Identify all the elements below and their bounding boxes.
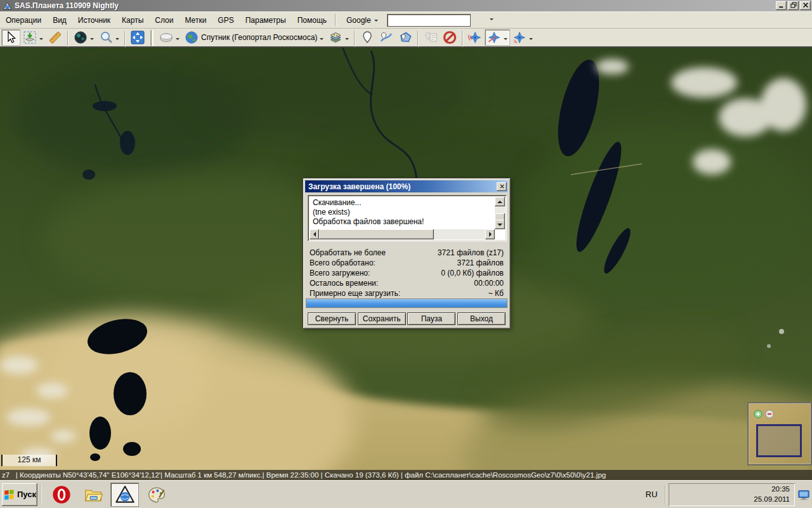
minimap-zoom-out-icon[interactable] [765, 410, 774, 418]
cache-disk-button[interactable] [157, 29, 182, 46]
language-indicator[interactable]: RU [646, 490, 658, 499]
toolbar-button[interactable] [417, 30, 419, 47]
minimize-icon [778, 1, 785, 11]
dialog-button[interactable]: Сохранить [358, 312, 406, 325]
ruler-icon [48, 30, 62, 44]
google-engine-selector[interactable]: Google [343, 16, 382, 25]
cursor-button[interactable] [1, 29, 20, 46]
scale-bar: 125 км [1, 455, 57, 466]
dialog-button[interactable]: Свернуть [308, 312, 356, 325]
forbidden-button[interactable] [440, 29, 459, 46]
gps-track-icon [487, 30, 501, 44]
combo-drop-button[interactable] [490, 15, 494, 26]
selection-layer-button[interactable] [20, 29, 46, 46]
chevron-up-button[interactable] [674, 489, 684, 500]
menu-item[interactable]: Помощь [292, 12, 332, 28]
menu-item[interactable]: Параметры [240, 12, 292, 28]
placemark-list-button[interactable] [421, 29, 440, 46]
scroll-up-icon[interactable] [495, 197, 505, 206]
stat-row: Примерно еще загрузить: ~ Кб [310, 288, 504, 298]
restore-button[interactable] [788, 1, 799, 10]
path-icon [379, 30, 393, 44]
stat-row: Осталось времени: 00:00:00 [310, 278, 504, 288]
dialog-close-button[interactable] [497, 182, 507, 191]
tray-flag-button[interactable] [689, 489, 700, 500]
stat-row: Всего загружено: 0 (0,0 Кб) файлов [310, 268, 504, 278]
menu-item[interactable]: GPS [212, 12, 239, 28]
progress-fill [306, 299, 507, 307]
scrollbar-thumb[interactable] [319, 229, 434, 239]
path-button[interactable] [377, 29, 396, 46]
search-input[interactable] [388, 15, 490, 26]
toolbar-button[interactable] [150, 30, 154, 46]
menu-item[interactable]: Метки [179, 12, 212, 28]
stat-row: Всего обработано: 3721 файлов [310, 258, 504, 268]
menu-item[interactable]: Карты [116, 12, 149, 28]
minimize-button-icon[interactable] [776, 1, 787, 10]
dialog-titlebar[interactable]: Загрузка завершена (100%) [305, 180, 508, 192]
dialog-buttons: СвернутьСохранитьПаузаВыход [308, 312, 506, 325]
gps-signal-button[interactable] [466, 29, 485, 46]
scroll-down-icon[interactable] [495, 220, 505, 229]
scroll-left-icon[interactable] [310, 229, 319, 239]
google-search-zone: Google [339, 12, 471, 28]
fullscreen-button[interactable] [128, 29, 147, 46]
log-lines: Скачивание...(tne exists)Обработка файло… [310, 197, 495, 229]
layers-button[interactable] [326, 29, 351, 46]
network-button[interactable] [719, 489, 730, 500]
windows-flag-icon [3, 488, 15, 500]
gps-track-button[interactable] [485, 29, 510, 46]
earth-button[interactable]: Спутник (Геопортал Роскосмоса) [182, 29, 326, 46]
window-titlebar: SAS.Планета 110909 Nightly [0, 0, 812, 11]
minimap[interactable] [747, 402, 812, 465]
sas-planet-icon [115, 485, 134, 504]
dark-globe-button[interactable] [71, 29, 96, 46]
gps-point-button[interactable] [510, 29, 535, 46]
download-log[interactable]: Скачивание...(tne exists)Обработка файло… [308, 195, 507, 241]
toolbar-button[interactable] [124, 30, 126, 47]
toolbar-button[interactable] [354, 30, 355, 47]
chevron-down-icon [374, 20, 378, 23]
polygon-icon [398, 30, 412, 44]
close-button[interactable] [800, 1, 811, 10]
folder-button[interactable] [79, 483, 107, 507]
menu-divider [335, 14, 336, 26]
menu-bar: ОперацииВидИсточникКартыСлоиМеткиGPSПара… [0, 11, 812, 29]
menu-item[interactable]: Слои [149, 12, 179, 28]
tray-date: 25.09.2011 [754, 495, 790, 505]
opera-button[interactable] [47, 483, 75, 507]
volume-button[interactable] [735, 489, 745, 500]
dialog-button[interactable]: Выход [457, 312, 506, 325]
toolbar-button[interactable] [67, 30, 69, 47]
folder-icon [84, 485, 103, 504]
plug-button[interactable] [704, 489, 715, 500]
toolbar-button[interactable] [462, 30, 463, 47]
polygon-button[interactable] [396, 29, 415, 46]
zoom-button[interactable] [96, 29, 122, 46]
placemark-button[interactable] [358, 29, 377, 46]
log-line: (tne exists) [313, 208, 492, 217]
minimap-viewport[interactable] [756, 424, 802, 457]
forbidden-icon [443, 30, 457, 44]
system-tray: 20:35 25.09.2011 [669, 483, 795, 506]
show-desktop-icon[interactable] [797, 488, 810, 501]
status-bar: z7 | Координаты N50°43'45,74" E106°34'12… [0, 470, 812, 480]
app-icon[interactable] [3, 1, 12, 11]
start-button[interactable]: Пуск [2, 483, 37, 506]
minimap-zoom-in-icon[interactable] [754, 410, 763, 418]
log-line: Обработка файлов завершена! [313, 217, 492, 227]
layers-icon [329, 30, 343, 44]
menu-item[interactable]: Операции [0, 12, 47, 28]
menu-item[interactable]: Источник [72, 12, 116, 28]
ruler-button[interactable] [46, 29, 65, 46]
google-label: Google [346, 16, 371, 25]
menu-item[interactable]: Вид [47, 12, 72, 28]
sas-planet-button[interactable] [110, 483, 139, 507]
palette-button[interactable] [142, 483, 171, 507]
dialog-button[interactable]: Пауза [407, 312, 455, 325]
scroll-right-icon[interactable] [485, 229, 495, 239]
stat-row: Обработать не более 3721 файлов (z17) [310, 248, 504, 258]
vertical-scrollbar[interactable] [495, 197, 505, 229]
horizontal-scrollbar[interactable] [310, 229, 495, 239]
log-line: Скачивание... [313, 198, 492, 208]
